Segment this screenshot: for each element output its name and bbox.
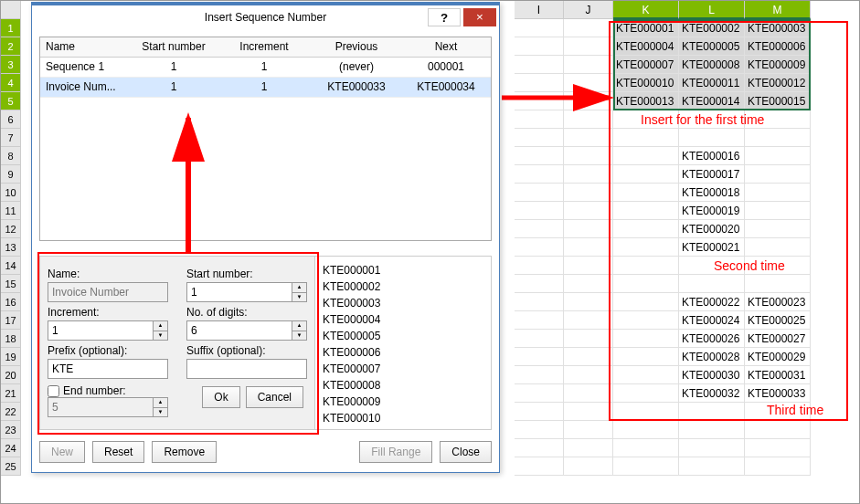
dialog-titlebar[interactable]: Insert Sequence Number ? × [32,5,499,29]
cell-I6[interactable] [515,110,564,129]
cell-J1[interactable] [564,19,613,37]
cell-J22[interactable] [564,403,613,421]
cell-I13[interactable] [515,238,564,257]
cell-J16[interactable] [564,293,613,311]
row-header-11[interactable]: 11 [1,202,21,220]
cell-I16[interactable] [515,293,564,311]
cell-J14[interactable] [564,257,613,275]
cell-J20[interactable] [564,366,613,384]
col-name[interactable]: Name [40,37,127,57]
row-header-22[interactable]: 22 [1,403,21,421]
cell-J17[interactable] [564,311,613,330]
cell-I7[interactable] [515,129,564,147]
row-header-9[interactable]: 9 [1,165,21,184]
fill-range-button[interactable]: Fill Range [359,441,432,463]
close-button[interactable]: × [463,8,496,26]
cell-L25[interactable] [679,457,745,476]
cell-J21[interactable] [564,384,613,403]
table-row[interactable]: Sequence 111(never)000001 [40,58,491,78]
cell-J25[interactable] [564,457,613,476]
cell-I12[interactable] [515,220,564,238]
cell-I25[interactable] [515,457,564,476]
cell-K24[interactable] [613,439,679,457]
help-button[interactable]: ? [428,8,461,26]
cell-L23[interactable] [679,421,745,439]
cell-I19[interactable] [515,348,564,366]
row-header-24[interactable]: 24 [1,439,21,457]
cell-J7[interactable] [564,129,613,147]
cell-J9[interactable] [564,165,613,184]
cell-M25[interactable] [745,457,811,476]
cell-I23[interactable] [515,421,564,439]
cell-J2[interactable] [564,37,613,56]
cell-J11[interactable] [564,202,613,220]
row-header-10[interactable]: 10 [1,184,21,202]
cell-I11[interactable] [515,202,564,220]
cell-I9[interactable] [515,165,564,184]
row-header-17[interactable]: 17 [1,311,21,330]
row-header-20[interactable]: 20 [1,366,21,384]
cell-J19[interactable] [564,348,613,366]
row-header-19[interactable]: 19 [1,348,21,366]
cell-I2[interactable] [515,37,564,56]
row-header-5[interactable]: 5 [1,92,21,110]
cell-I22[interactable] [515,403,564,421]
select-all-corner[interactable] [1,1,21,19]
cell-I8[interactable] [515,147,564,165]
col-header-I[interactable]: I [515,1,564,19]
col-start[interactable]: Start number [127,37,220,57]
cell-I15[interactable] [515,275,564,293]
cell-I10[interactable] [515,184,564,202]
table-row[interactable]: Invoice Num...11KTE000033KTE000034 [40,78,491,98]
cell-L24[interactable] [679,439,745,457]
cell-I3[interactable] [515,56,564,74]
row-header-2[interactable]: 2 [1,37,21,56]
row-header-16[interactable]: 16 [1,293,21,311]
cell-J6[interactable] [564,110,613,129]
cell-J10[interactable] [564,184,613,202]
close-dialog-button[interactable]: Close [440,441,492,463]
row-header-14[interactable]: 14 [1,257,21,275]
row-header-1[interactable]: 1 [1,19,21,37]
cell-M23[interactable] [745,421,811,439]
cell-J8[interactable] [564,147,613,165]
cell-I1[interactable] [515,19,564,37]
reset-button[interactable]: Reset [92,441,144,463]
cell-K23[interactable] [613,421,679,439]
cell-I14[interactable] [515,257,564,275]
cell-J13[interactable] [564,238,613,257]
col-header-J[interactable]: J [564,1,613,19]
cell-J12[interactable] [564,220,613,238]
row-header-21[interactable]: 21 [1,384,21,403]
row-header-6[interactable]: 6 [1,110,21,129]
row-header-13[interactable]: 13 [1,238,21,257]
col-next[interactable]: Next [405,37,487,57]
row-header-12[interactable]: 12 [1,220,21,238]
row-header-7[interactable]: 7 [1,129,21,147]
row-header-3[interactable]: 3 [1,56,21,74]
cell-J23[interactable] [564,421,613,439]
row-header-15[interactable]: 15 [1,275,21,293]
col-header-M[interactable]: M [745,1,811,19]
cell-I18[interactable] [515,330,564,348]
new-button[interactable]: New [39,441,85,463]
cell-M24[interactable] [745,439,811,457]
remove-button[interactable]: Remove [152,441,217,463]
cell-I20[interactable] [515,366,564,384]
cell-K25[interactable] [613,457,679,476]
cell-J24[interactable] [564,439,613,457]
col-inc[interactable]: Increment [220,37,308,57]
cell-I17[interactable] [515,311,564,330]
cell-I21[interactable] [515,384,564,403]
col-header-L[interactable]: L [679,1,745,19]
cell-J15[interactable] [564,275,613,293]
row-header-18[interactable]: 18 [1,330,21,348]
cell-J18[interactable] [564,330,613,348]
row-header-8[interactable]: 8 [1,147,21,165]
col-prev[interactable]: Previous [308,37,405,57]
col-header-K[interactable]: K [613,1,679,19]
cell-I24[interactable] [515,439,564,457]
cell-J3[interactable] [564,56,613,74]
row-header-25[interactable]: 25 [1,457,21,476]
row-header-4[interactable]: 4 [1,74,21,92]
